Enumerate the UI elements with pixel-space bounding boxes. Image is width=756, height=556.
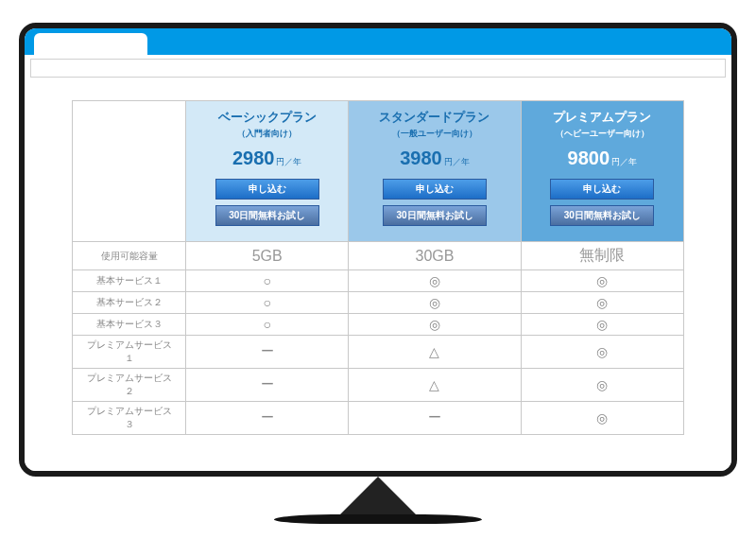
feature-cell: ◎ — [521, 369, 683, 402]
browser-tab[interactable] — [34, 33, 147, 55]
table-row: 基本サービス３○◎◎ — [73, 314, 684, 336]
plan-subtitle: （ヘビーユーザー向け） — [527, 128, 678, 140]
row-label: 基本サービス３ — [73, 314, 186, 336]
row-label: 基本サービス２ — [73, 292, 186, 314]
feature-cell: ◎ — [349, 314, 521, 336]
feature-cell: 30GB — [349, 242, 521, 270]
table-row: 基本サービス２○◎◎ — [73, 292, 684, 314]
plan-price: 9800円／年 — [527, 148, 678, 169]
trial-button[interactable]: 30日間無料お試し — [550, 205, 654, 226]
feature-cell: ◎ — [349, 270, 521, 292]
url-bar[interactable] — [30, 59, 726, 78]
feature-cell: 5GB — [186, 242, 349, 270]
feature-cell: ー — [186, 369, 349, 402]
feature-cell: 無制限 — [521, 242, 683, 270]
apply-button[interactable]: 申し込む — [383, 179, 487, 200]
apply-button[interactable]: 申し込む — [550, 179, 654, 200]
corner-cell — [73, 101, 186, 242]
trial-button[interactable]: 30日間無料お試し — [215, 205, 319, 226]
feature-cell: ○ — [186, 314, 349, 336]
feature-cell: △ — [349, 369, 521, 402]
feature-cell: ◎ — [521, 314, 683, 336]
table-row: プレミアムサービス３ーー◎ — [73, 402, 684, 435]
plan-header-premium: プレミアムプラン （ヘビーユーザー向け） 9800円／年 申し込む 30日間無料… — [521, 101, 683, 242]
feature-cell: ー — [186, 336, 349, 369]
plan-subtitle: （一般ユーザー向け） — [354, 128, 514, 140]
plan-name: ベーシックプラン — [192, 109, 342, 126]
apply-button[interactable]: 申し込む — [215, 179, 319, 200]
feature-cell: ◎ — [521, 402, 683, 435]
row-label: プレミアムサービス３ — [73, 402, 186, 435]
monitor-mockup: ベーシックプラン （入門者向け） 2980円／年 申し込む 30日間無料お試し … — [19, 23, 737, 533]
browser-chrome — [25, 28, 731, 55]
page-content: ベーシックプラン （入門者向け） 2980円／年 申し込む 30日間無料お試し … — [25, 81, 731, 471]
trial-button[interactable]: 30日間無料お試し — [383, 205, 487, 226]
feature-cell: ◎ — [349, 292, 521, 314]
plan-name: スタンダードプラン — [354, 109, 514, 126]
feature-cell: ○ — [186, 270, 349, 292]
row-label: 基本サービス１ — [73, 270, 186, 292]
plan-price: 3980円／年 — [354, 148, 514, 169]
pricing-table: ベーシックプラン （入門者向け） 2980円／年 申し込む 30日間無料お試し … — [72, 100, 684, 435]
table-row: 使用可能容量5GB30GB無制限 — [73, 242, 684, 270]
feature-cell: ◎ — [521, 270, 683, 292]
row-label: プレミアムサービス２ — [73, 369, 186, 402]
monitor-frame: ベーシックプラン （入門者向け） 2980円／年 申し込む 30日間無料お試し … — [19, 23, 737, 477]
feature-cell: ー — [349, 402, 521, 435]
feature-cell: ー — [186, 402, 349, 435]
plan-header-standard: スタンダードプラン （一般ユーザー向け） 3980円／年 申し込む 30日間無料… — [349, 101, 521, 242]
feature-cell: ○ — [186, 292, 349, 314]
feature-cell: △ — [349, 336, 521, 369]
plan-subtitle: （入門者向け） — [192, 128, 342, 140]
plan-header-basic: ベーシックプラン （入門者向け） 2980円／年 申し込む 30日間無料お試し — [186, 101, 349, 242]
plan-price: 2980円／年 — [192, 148, 342, 169]
monitor-stand — [312, 477, 444, 524]
row-label: 使用可能容量 — [73, 242, 186, 270]
table-row: プレミアムサービス２ー△◎ — [73, 369, 684, 402]
feature-cell: ◎ — [521, 292, 683, 314]
feature-rows: 使用可能容量5GB30GB無制限基本サービス１○◎◎基本サービス２○◎◎基本サー… — [73, 242, 684, 435]
table-row: プレミアムサービス１ー△◎ — [73, 336, 684, 369]
feature-cell: ◎ — [521, 336, 683, 369]
table-row: 基本サービス１○◎◎ — [73, 270, 684, 292]
row-label: プレミアムサービス１ — [73, 336, 186, 369]
plan-name: プレミアムプラン — [527, 109, 678, 126]
